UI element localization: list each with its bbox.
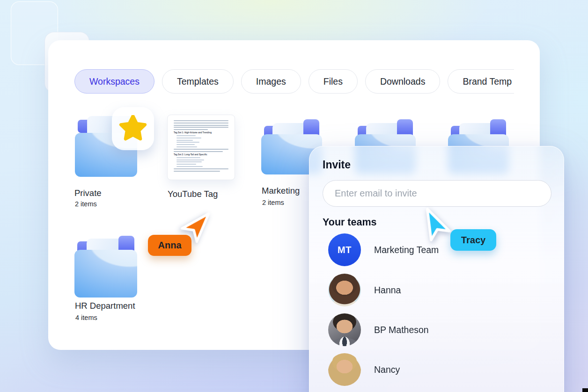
doc-bullet <box>176 164 196 165</box>
folder-name: HR Department <box>75 301 135 311</box>
avatar-marketing-team: MT <box>328 233 361 266</box>
invite-panel: Invite Your teams MT Marketing Team Hann… <box>309 146 564 392</box>
team-row-marketing-team[interactable]: MT Marketing Team <box>328 233 439 266</box>
doc-bullet <box>176 138 201 138</box>
doc-bullet <box>176 146 197 147</box>
doc-line <box>174 123 228 123</box>
doc-bullet <box>176 157 200 158</box>
member-name: Marketing Team <box>374 245 439 255</box>
folder-body-shape <box>74 250 137 298</box>
category-tab-bar: Workspaces Templates Images Files Downlo… <box>74 69 514 94</box>
star-icon <box>118 115 147 142</box>
tab-images[interactable]: Images <box>241 69 301 94</box>
clipped-corner-artifact <box>582 388 588 392</box>
tab-files[interactable]: Files <box>309 69 358 94</box>
your-teams-heading: Your teams <box>323 217 377 228</box>
folder-icon <box>74 232 137 298</box>
member-name: Nancy <box>374 364 400 375</box>
app-canvas: Workspaces Templates Images Files Downlo… <box>0 0 588 392</box>
doc-line <box>174 125 228 126</box>
avatar-nancy <box>328 353 361 386</box>
folder-private[interactable]: Private 2 items <box>74 110 158 210</box>
tab-downloads[interactable]: Downloads <box>365 69 440 94</box>
folder-item-count: 2 items <box>75 200 97 208</box>
doc-line <box>174 171 220 172</box>
team-row-nancy[interactable]: Nancy <box>328 353 400 386</box>
file-youtube-tag[interactable]: Tag Set 1: High-Volume and Trending Tag … <box>167 114 242 203</box>
invite-title: Invite <box>323 159 351 171</box>
folder-name: Marketing <box>262 186 300 196</box>
doc-bullet <box>176 142 199 143</box>
doc-line <box>174 127 228 128</box>
doc-bullet <box>176 160 204 160</box>
doc-line <box>174 129 208 130</box>
team-row-bp-matheson[interactable]: BP Matheson <box>328 313 429 346</box>
member-name: BP Matheson <box>374 325 429 335</box>
anna-cursor-label: Anna <box>148 235 191 256</box>
file-name: YouTube Tag <box>168 189 218 199</box>
folder-hr-department[interactable]: HR Department 4 items <box>74 232 159 330</box>
doc-bullet <box>176 144 195 145</box>
doc-bullet <box>176 135 196 136</box>
doc-heading-1: Tag Set 1: High-Volume and Trending <box>174 131 228 134</box>
doc-heading-2: Tag Set 2: Long-Tail and Specific <box>174 153 228 156</box>
folder-item-count: 4 items <box>75 314 97 321</box>
doc-line <box>174 149 228 150</box>
folder-item-count: 2 items <box>262 199 284 206</box>
favorite-badge <box>112 107 154 150</box>
document-preview-icon: Tag Set 1: High-Volume and Trending Tag … <box>167 115 235 180</box>
doc-line <box>174 168 228 169</box>
doc-bullet <box>176 161 202 162</box>
tracy-cursor-label: Tracy <box>450 229 496 251</box>
doc-bullet <box>176 140 193 141</box>
folder-name: Private <box>74 188 102 198</box>
doc-line <box>174 120 228 121</box>
team-row-hanna[interactable]: Hanna <box>328 274 401 306</box>
tab-workspaces[interactable]: Workspaces <box>74 69 154 94</box>
tab-templates[interactable]: Templates <box>162 69 234 94</box>
doc-bullet <box>176 166 203 167</box>
member-name: Hanna <box>374 285 401 296</box>
avatar-hanna <box>328 274 361 306</box>
avatar-bp-matheson <box>328 313 361 346</box>
doc-line <box>174 151 223 152</box>
tab-brand-templates[interactable]: Brand Temp <box>448 69 514 94</box>
